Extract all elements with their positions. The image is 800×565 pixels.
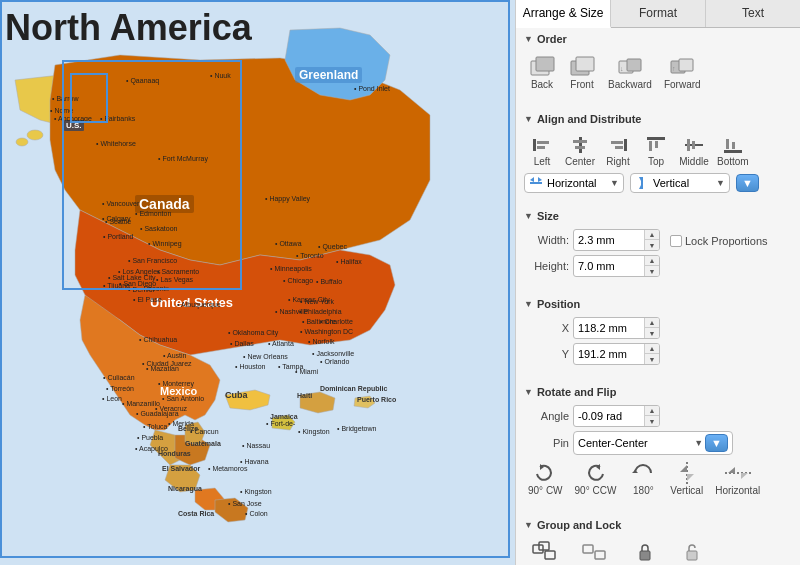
x-field-label: X (524, 322, 569, 334)
svg-rect-17 (573, 140, 587, 143)
width-input[interactable] (574, 232, 644, 248)
vertical-blue-arrow: ▼ (742, 177, 753, 189)
x-input[interactable] (574, 320, 644, 336)
svg-rect-46 (533, 545, 543, 553)
angle-field-label: Angle (524, 410, 569, 422)
align-left-icon (530, 134, 554, 156)
back-button[interactable]: Back (524, 52, 560, 92)
size-section-header[interactable]: ▼ Size (516, 205, 800, 225)
back-icon (528, 54, 556, 78)
rotate-180-button[interactable]: 180° (624, 459, 662, 498)
position-section-header[interactable]: ▼ Position (516, 293, 800, 313)
align-buttons-row: Left Center Right Top (524, 132, 792, 169)
align-right-label: Right (606, 156, 629, 167)
x-down[interactable]: ▼ (645, 328, 659, 338)
us-selection-box (70, 73, 108, 123)
lock-checkbox[interactable] (670, 235, 682, 247)
height-down[interactable]: ▼ (645, 266, 659, 276)
rotate-90ccw-button[interactable]: 90° CCW (571, 459, 621, 498)
angle-input[interactable] (574, 408, 644, 424)
ungroup-button[interactable]: UnGroup (568, 538, 621, 565)
width-down[interactable]: ▼ (645, 240, 659, 250)
rotate-section-content: Angle ▲ ▼ Pin Center-Center ▼ ▼ (516, 401, 800, 510)
svg-rect-18 (575, 146, 585, 149)
svg-rect-15 (537, 146, 545, 149)
align-center-button[interactable]: Center (562, 132, 598, 169)
size-section-content: Width: ▲ ▼ Height: ▲ (516, 225, 800, 289)
rotate-90ccw-icon (581, 461, 609, 485)
backward-icon: ↓ (616, 54, 644, 78)
svg-marker-32 (530, 177, 534, 182)
svg-rect-14 (537, 141, 549, 144)
rotate-180-label: 180° (633, 485, 654, 496)
vertical-blue-dropdown[interactable]: ▼ (736, 174, 759, 192)
flip-horizontal-button[interactable]: Horizontal (711, 459, 764, 498)
rotate-90cw-label: 90° CW (528, 485, 563, 496)
align-right-button[interactable]: Right (600, 132, 636, 169)
panel: Arrange & Size Format Text ▼ Order Back (515, 0, 800, 565)
svg-rect-16 (579, 137, 582, 153)
svg-rect-24 (655, 141, 658, 148)
align-bottom-button[interactable]: Bottom (714, 132, 752, 169)
group-buttons-row: Group UnGroup Lock (524, 538, 792, 565)
width-up[interactable]: ▲ (645, 230, 659, 240)
lock-proportions[interactable]: Lock Proportions (670, 235, 768, 247)
flip-vertical-button[interactable]: Vertical (666, 459, 707, 498)
lock-button[interactable]: Lock (625, 538, 665, 565)
tab-arrange[interactable]: Arrange & Size (516, 0, 611, 28)
y-input[interactable] (574, 346, 644, 362)
map-title: North America (5, 7, 252, 49)
svg-rect-29 (726, 139, 729, 149)
unlock-button[interactable]: UnLock (669, 538, 715, 565)
rotate-triangle: ▼ (524, 387, 533, 397)
angle-stepper: ▲ ▼ (644, 406, 659, 426)
forward-icon: ↑ (668, 54, 696, 78)
backward-button[interactable]: ↓ Backward (604, 52, 656, 92)
angle-up[interactable]: ▲ (645, 406, 659, 416)
angle-down[interactable]: ▼ (645, 416, 659, 426)
height-up[interactable]: ▲ (645, 256, 659, 266)
align-left-button[interactable]: Left (524, 132, 560, 169)
front-button[interactable]: Front (564, 52, 600, 92)
align-top-button[interactable]: Top (638, 132, 674, 169)
y-down[interactable]: ▼ (645, 354, 659, 364)
align-top-icon (644, 134, 668, 156)
y-up[interactable]: ▲ (645, 344, 659, 354)
tabs: Arrange & Size Format Text (516, 0, 800, 28)
x-up[interactable]: ▲ (645, 318, 659, 328)
pin-blue-arrow: ▼ (711, 437, 722, 449)
rotate-90cw-button[interactable]: 90° CW (524, 459, 567, 498)
order-section-header[interactable]: ▼ Order (516, 28, 800, 48)
x-input-wrap: ▲ ▼ (573, 317, 660, 339)
group-button[interactable]: Group (524, 538, 564, 565)
tab-format[interactable]: Format (611, 0, 706, 27)
y-row: Y ▲ ▼ (524, 343, 792, 365)
flip-vertical-icon (673, 461, 701, 485)
flip-vertical-label: Vertical (670, 485, 703, 496)
svg-marker-39 (632, 470, 638, 473)
align-section-header[interactable]: ▼ Align and Distribute (516, 108, 800, 128)
tab-text[interactable]: Text (706, 0, 800, 27)
forward-button[interactable]: ↑ Forward (660, 52, 705, 92)
svg-marker-44 (728, 467, 735, 473)
front-icon (568, 54, 596, 78)
horizontal-dropdown[interactable]: Horizontal ▼ (524, 173, 624, 193)
svg-rect-52 (687, 551, 697, 560)
height-input[interactable] (574, 258, 644, 274)
pin-dropdown[interactable]: Center-Center ▼ ▼ (573, 431, 733, 455)
vertical-dropdown[interactable]: Vertical ▼ (630, 173, 730, 193)
position-triangle: ▼ (524, 299, 533, 309)
svg-rect-8 (627, 59, 641, 71)
pin-arrow: ▼ (694, 438, 703, 448)
align-middle-button[interactable]: Middle (676, 132, 712, 169)
pin-blue-dropdown[interactable]: ▼ (705, 434, 728, 452)
group-section-header[interactable]: ▼ Group and Lock (516, 514, 800, 534)
front-label: Front (570, 79, 593, 90)
align-dropdown-row: Horizontal ▼ Vertical ▼ ▼ (524, 173, 792, 193)
rotate-section-header[interactable]: ▼ Rotate and Flip (516, 381, 800, 401)
vertical-dd-icon (635, 176, 649, 190)
svg-rect-11 (679, 59, 693, 71)
svg-text:↓: ↓ (620, 65, 624, 72)
rotate-90cw-icon (531, 461, 559, 485)
width-row: Width: ▲ ▼ (524, 229, 660, 251)
